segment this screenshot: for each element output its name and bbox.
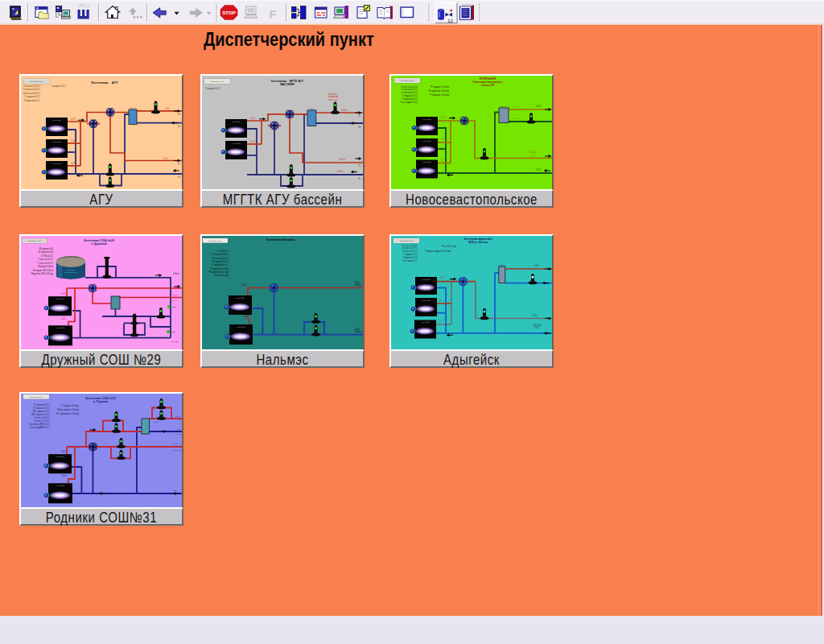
svg-text:Т.обратки 0.0 С: Т.обратки 0.0 С — [403, 256, 418, 259]
svg-text:Бойлер: Бойлер — [501, 105, 507, 107]
svg-text:F: F — [270, 8, 277, 21]
svg-text:Т.сети №2 0.0 С: Т.сети №2 0.0 С — [23, 88, 40, 91]
svg-text:0.0С: 0.0С — [71, 139, 76, 142]
svg-text:Котельная СОШ №29: Котельная СОШ №29 — [84, 239, 114, 242]
svg-text:Котел №1: Котел №1 — [52, 119, 61, 121]
svg-text:Бак запаса: Бак запаса — [66, 269, 76, 270]
svg-text:Котел №2: Котел №2 — [56, 485, 65, 486]
svg-text:0.0 С: 0.0 С — [61, 292, 66, 295]
svg-text:М подачи 0.00: М подачи 0.00 — [39, 247, 54, 250]
svg-text:0.0бар: 0.0бар — [355, 283, 361, 287]
svg-text:0 кВт: 0 кВт — [171, 331, 176, 333]
svg-text:0.0: 0.0 — [439, 320, 443, 323]
svg-text:ГВС обратка 0.0 С: ГВС обратка 0.0 С — [31, 413, 50, 416]
svg-text:Р обратки: 0.0 бар: Р обратки: 0.0 бар — [430, 93, 449, 97]
svg-text:12: 12 — [447, 19, 453, 23]
svg-text:0.0 С: 0.0 С — [250, 117, 255, 120]
svg-text:0.0 бар: 0.0 бар — [513, 105, 521, 108]
svg-text:Котел №3: Котел №3 — [52, 163, 61, 164]
svg-text:0.0С: 0.0С — [71, 162, 76, 165]
svg-text:Общ.включения: Общ.включения — [30, 80, 43, 82]
svg-text:Р подачи: 0.0 бар: Р подачи: 0.0 бар — [431, 85, 449, 89]
svg-text:0.0 С: 0.0 С — [71, 118, 76, 121]
svg-text:насос №2: насос №2 — [328, 98, 338, 101]
svg-text:0.0 С: 0.0 С — [163, 157, 168, 160]
svg-text:Т обр: Т обр — [175, 428, 181, 431]
svg-text:Т гвс пода 0.0 С: Т гвс пода 0.0 С — [402, 259, 418, 262]
svg-text:0.00 м: 0.00 м — [341, 109, 348, 112]
svg-text:0.0С: 0.0С — [172, 489, 176, 492]
svg-text:0.0 бар: 0.0 бар — [513, 118, 521, 120]
svg-text:Общ.включения: Общ.включения — [211, 80, 225, 82]
svg-text:0.0 С: 0.0 С — [241, 283, 246, 287]
svg-text:0.0 С: 0.0 С — [172, 299, 177, 302]
svg-text:Т.обратки 0.0 С: Т.обратки 0.0 С — [23, 99, 40, 102]
svg-text:0.0 С: 0.0 С — [355, 281, 360, 284]
svg-text:0.00 м: 0.00 м — [173, 272, 179, 275]
svg-text:0.0 С: 0.0 С — [61, 450, 66, 453]
svg-text:ЗРСЗ: ЗРСЗ — [78, 3, 90, 8]
svg-text:Т.сети №1 0.0 С: Т.сети №1 0.0 С — [23, 85, 40, 88]
svg-text:Котел №3: Котел №3 — [422, 161, 431, 163]
svg-text:Т1 боилер 0.0 С: Т1 боилер 0.0 С — [34, 403, 50, 407]
svg-text:Т.сети №2 0.0 С: Т.сети №2 0.0 С — [34, 419, 50, 423]
svg-text:Общ.включения: Общ.включения — [400, 240, 414, 242]
svg-text:холодной воды: холодной воды — [64, 271, 78, 273]
svg-text:0.0 С: 0.0 С — [61, 317, 66, 320]
svg-text:Котел №1: Котел №1 — [56, 456, 64, 457]
svg-text:0.0 Бар: 0.0 Бар — [529, 151, 537, 154]
svg-text:Р(последняя 0.0бар: Р(последняя 0.0бар — [57, 408, 79, 411]
svg-text:Т.ул.тепло ВН1 0.0 С: Т.ул.тепло ВН1 0.0 С — [29, 423, 50, 426]
svg-text:0.0 С: 0.0 С — [441, 116, 446, 119]
svg-text:Бойлер: Бойлер — [309, 108, 315, 109]
svg-text:Т.сети №3 0.0 С: Т.сети №3 0.0 С — [402, 250, 418, 253]
svg-text:Т.сети №2 0.0 С: Т.сети №2 0.0 С — [402, 246, 418, 250]
svg-text:0.0 С: 0.0 С — [175, 415, 180, 418]
svg-text:0.0 С: 0.0 С — [531, 155, 536, 158]
svg-text:0.0 С: 0.0 С — [534, 264, 539, 267]
svg-text:0.0 С: 0.0 С — [172, 443, 177, 445]
svg-text:Т улицы 0.0 С: Т улицы 0.0 С — [51, 85, 66, 88]
svg-text:Бойлер: Бойлер — [499, 264, 505, 266]
svg-text:М подачи ГВС 0.00 м: М подачи ГВС 0.00 м — [33, 269, 54, 272]
svg-text:0.0 С: 0.0 С — [62, 474, 67, 477]
svg-text:Т.гвс подач 0.0 С: Т.гвс подач 0.0 С — [400, 101, 418, 104]
svg-text:Котел №3: Котел №3 — [421, 321, 430, 323]
svg-text:0.0 С: 0.0 С — [536, 105, 541, 108]
svg-text:Т.сети №3 0.0 С: Т.сети №3 0.0 С — [23, 92, 40, 95]
svg-text:0.0 С: 0.0 С — [440, 276, 445, 279]
svg-text:М убыли 0.00 м: М убыли 0.00 м — [38, 265, 53, 268]
svg-text:Совхоз ПУ: Совхоз ПУ — [481, 84, 496, 87]
svg-text:Котел №1: Котел №1 — [422, 118, 431, 120]
svg-text:0.0 С: 0.0 С — [536, 168, 541, 171]
svg-text:Т сеть №1 0.0 С: Т сеть №1 0.0 С — [38, 258, 53, 261]
svg-text:Котел №2: Котел №2 — [232, 142, 241, 144]
svg-text:0.0: 0.0 — [439, 299, 443, 302]
svg-text:Котел №1: Котел №1 — [232, 121, 241, 122]
svg-text:Котел №1: Котел №1 — [422, 279, 431, 280]
svg-text:Т подачи 0.0 С: Т подачи 0.0 С — [403, 253, 418, 256]
svg-text:М обратки 0.00: М обратки 0.00 — [39, 250, 54, 254]
svg-text:п. Родники: п. Родники — [93, 400, 108, 403]
svg-text:Т пр: Т пр — [154, 421, 159, 423]
svg-text:п. Дружный: п. Дружный — [91, 242, 107, 246]
svg-text:0.00 бар: 0.00 бар — [171, 341, 179, 343]
svg-text:0 кВт: 0 кВт — [171, 306, 177, 308]
svg-text:Общ.включения: Общ.включения — [28, 240, 42, 242]
svg-text:ЦРБ ул. Багова: ЦРБ ул. Багова — [468, 241, 488, 244]
svg-text:0.00 м: 0.00 м — [337, 170, 344, 173]
svg-text:0.0: 0.0 — [441, 138, 444, 141]
svg-text:Котел №2: Котел №2 — [422, 140, 431, 142]
svg-text:Т1 обратка 0.0 С: Т1 обратка 0.0 С — [33, 407, 50, 410]
svg-text:Р подпитки: 0.0 бар: Р подпитки: 0.0 бар — [429, 89, 450, 93]
svg-text:0.0бар: 0.0бар — [355, 330, 361, 333]
svg-text:Т улицы 0.0 С: Т улицы 0.0 С — [205, 87, 220, 90]
svg-text:Котел №1: Котел №1 — [236, 297, 245, 299]
svg-text:Р газ 0.0 бар: Р газ 0.0 бар — [215, 274, 229, 277]
svg-text:(0.00 бар): (0.00 бар) — [172, 449, 182, 452]
svg-text:Т.сети №1 0.0 С: Т.сети №1 0.0 С — [402, 244, 418, 247]
svg-text:Котел №2: Котел №2 — [422, 299, 431, 301]
svg-text:Котел №2: Котел №2 — [56, 327, 65, 328]
svg-text:Общ.включения: Общ.включения — [208, 240, 222, 242]
svg-text:0.00 м: 0.00 м — [339, 158, 345, 161]
